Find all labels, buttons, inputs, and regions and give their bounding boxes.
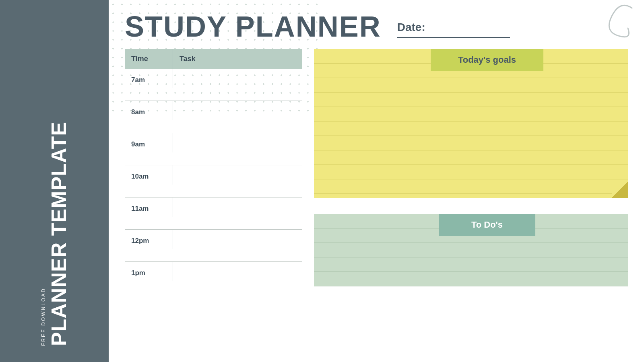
time-cell-12pm: 12pm <box>125 230 173 249</box>
table-row: 8am <box>125 101 302 133</box>
table-row: 12pm <box>125 230 302 262</box>
table-row: 7am <box>125 69 302 101</box>
col-time-header: Time <box>125 49 173 69</box>
schedule-header-row: Time Task <box>125 49 302 69</box>
table-row: 10am <box>125 165 302 197</box>
table-row: 9am <box>125 133 302 165</box>
date-label: Date: <box>397 21 510 34</box>
task-cell-12pm[interactable] <box>173 230 302 238</box>
col-task-header: Task <box>173 49 302 69</box>
goals-body[interactable] <box>314 49 628 198</box>
sidebar-free-download: FREE DOWNLOAD <box>41 288 46 346</box>
time-cell-1pm: 1pm <box>125 262 173 281</box>
main-content: STUDY PLANNER Date: Time Task 7am 8am <box>109 0 644 362</box>
date-underline <box>397 37 510 38</box>
task-cell-10am[interactable] <box>173 165 302 173</box>
time-cell-11am: 11am <box>125 197 173 217</box>
table-row: 1pm <box>125 262 302 294</box>
time-cell-9am: 9am <box>125 133 173 152</box>
goals-tab: Today's goals <box>431 49 543 71</box>
goals-section: Today's goals <box>314 49 628 198</box>
goals-tab-label: Today's goals <box>458 55 516 65</box>
task-cell-8am[interactable] <box>173 101 302 109</box>
header: STUDY PLANNER Date: <box>109 0 644 45</box>
task-cell-11am[interactable] <box>173 197 302 206</box>
todos-section: To Do's <box>314 214 628 286</box>
sidebar-text-container: FREE DOWNLOAD PLANNER TEMPLATE <box>41 145 68 346</box>
time-cell-7am: 7am <box>125 69 173 88</box>
schedule-table: Time Task 7am 8am 9am 10am <box>125 49 302 294</box>
sidebar-planner-template: PLANNER TEMPLATE <box>50 121 68 346</box>
time-cell-8am: 8am <box>125 101 173 120</box>
right-panels: Today's goals To Do's <box>314 49 628 294</box>
task-cell-1pm[interactable] <box>173 262 302 270</box>
task-cell-9am[interactable] <box>173 133 302 141</box>
time-cell-10am: 10am <box>125 165 173 185</box>
date-section: Date: <box>397 21 510 41</box>
todos-tab-label: To Do's <box>471 220 503 230</box>
note-corner-decoration <box>612 182 628 198</box>
table-row: 11am <box>125 197 302 230</box>
todos-tab: To Do's <box>439 214 535 236</box>
sidebar: FREE DOWNLOAD PLANNER TEMPLATE <box>0 0 109 362</box>
body-area: Time Task 7am 8am 9am 10am <box>109 45 644 298</box>
task-cell-7am[interactable] <box>173 69 302 77</box>
page-title: STUDY PLANNER <box>125 12 381 41</box>
